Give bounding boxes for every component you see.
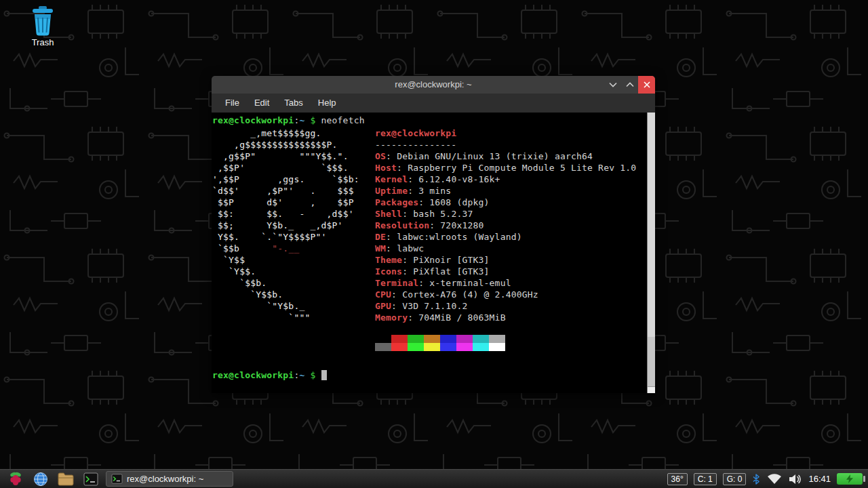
window-title: rex@clockworkpi: ~: [212, 76, 655, 94]
ascii-line: `"Y$b._: [212, 300, 375, 312]
ascii-line: ',$$P ,ggs. `$$b:: [212, 174, 375, 185]
neofetch-entry: WM: labwc: [375, 243, 647, 254]
gpu-usage-widget[interactable]: G: 0: [723, 473, 747, 485]
ascii-line: $$P d$' , $$P: [212, 197, 375, 208]
neofetch-entry: Host: Raspberry Pi Compute Module 5 Lite…: [375, 162, 647, 174]
color-palette: [375, 335, 647, 351]
trash-label: Trash: [32, 37, 54, 47]
scrollbar-thumb[interactable]: [648, 113, 655, 337]
menu-button[interactable]: [5, 470, 26, 488]
minimize-button[interactable]: [604, 76, 621, 94]
bluetooth-icon: [752, 474, 760, 485]
terminal-output: rex@clockworkpi:~$neofetch _,met$$$$$gg.…: [212, 113, 647, 393]
neofetch-entry: DE: labwc:wlroots (Wayland): [375, 231, 647, 243]
trash-icon: [28, 5, 58, 37]
neofetch-entry: Kernel: 6.12.40-v8-16k+: [375, 174, 647, 185]
neofetch-entry: Packages: 1608 (dpkg): [375, 197, 647, 208]
maximize-button[interactable]: [621, 76, 638, 94]
neofetch-entry: Shell: bash 5.2.37: [375, 208, 647, 220]
palette-swatch: [391, 343, 408, 351]
neofetch-entry: Memory: 704MiB / 8063MiB: [375, 312, 647, 323]
menu-tabs[interactable]: Tabs: [277, 94, 310, 113]
ascii-line: `$$b.: [212, 277, 375, 289]
neofetch-entry: OS: Debian GNU/Linux 13 (trixie) aarch64: [375, 150, 647, 162]
wifi-icon: [766, 473, 783, 485]
menubar: FileEditTabsHelp: [212, 94, 655, 113]
neofetch-entry: Uptime: 3 mins: [375, 185, 647, 197]
terminal-command-line: rex@clockworkpi:~$neofetch: [212, 115, 647, 126]
clock[interactable]: 16:41: [808, 474, 831, 484]
terminal-body[interactable]: rex@clockworkpi:~$neofetch _,met$$$$$gg.…: [212, 113, 655, 393]
palette-swatch: [489, 343, 505, 351]
neofetch-entries: OS: Debian GNU/Linux 13 (trixie) aarch64…: [375, 150, 647, 323]
palette-swatch: [408, 335, 424, 343]
ascii-line: `Y$$b.: [212, 289, 375, 300]
file-manager-launcher[interactable]: [56, 470, 76, 488]
terminal-launcher[interactable]: [81, 470, 101, 488]
palette-swatch: [440, 335, 456, 343]
globe-icon: [33, 472, 48, 487]
cpu-usage-widget[interactable]: C: 1: [694, 473, 717, 485]
titlebar[interactable]: rex@clockworkpi: ~: [212, 76, 655, 94]
neofetch-output: _,met$$$$$gg. ,g$$$$$$$$$$$$$$$P. ,g$$P"…: [212, 127, 647, 351]
menu-file[interactable]: File: [218, 94, 247, 113]
palette-swatch: [473, 335, 489, 343]
ascii-line: `Y$$: [212, 254, 375, 266]
ascii-line: ,g$$$$$$$$$$$$$$$P.: [212, 139, 375, 150]
palette-swatch: [456, 343, 473, 351]
browser-launcher[interactable]: [31, 470, 51, 488]
bluetooth-button[interactable]: [752, 474, 760, 485]
cpu-temp-widget[interactable]: 36°: [667, 473, 688, 485]
terminal-icon: [111, 474, 123, 484]
scrollbar-corner: [648, 386, 655, 393]
prompt-user: rex@clockworkpi: [212, 370, 294, 380]
palette-swatch: [456, 335, 473, 343]
ascii-line: $$; Y$b._ _,d$P': [212, 220, 375, 231]
terminal-scrollbar[interactable]: [647, 113, 655, 393]
ascii-line: Y$$. `.`"Y$$$$P"': [212, 231, 375, 243]
system-tray: 36° C: 1 G: 0 16:41: [667, 473, 863, 485]
task-button-label: rex@clockworkpi: ~: [127, 474, 203, 484]
neofetch-entry: Icons: PiXflat [GTK3]: [375, 266, 647, 277]
battery-icon[interactable]: [837, 473, 863, 485]
palette-swatch: [424, 335, 440, 343]
neofetch-entry: GPU: V3D 7.1.10.2: [375, 300, 647, 312]
neofetch-ascii-art: _,met$$$$$gg. ,g$$$$$$$$$$$$$$$P. ,g$$P"…: [212, 127, 375, 351]
desktop-icon-trash[interactable]: Trash: [24, 5, 61, 47]
ascii-line: ,$$P' `$$$.: [212, 162, 375, 174]
close-icon: [644, 81, 650, 88]
ascii-line: `Y$$.: [212, 266, 375, 277]
neofetch-entry: Resolution: 488x868: [375, 220, 647, 231]
chevron-up-icon: [626, 82, 634, 87]
prompt-user: rex@clockworkpi: [212, 115, 294, 125]
neofetch-info: rex@clockworkpi --------------- OS: Debi…: [375, 127, 647, 351]
prompt-path: ~: [299, 115, 304, 125]
ascii-line: ,g$$P" """Y$$.".: [212, 150, 375, 162]
command-text: neofetch: [321, 115, 365, 125]
close-button[interactable]: [638, 76, 655, 94]
prompt-path: ~: [299, 370, 304, 380]
window-controls: [604, 76, 655, 94]
palette-swatch: [375, 335, 391, 343]
wifi-button[interactable]: [766, 473, 783, 485]
neofetch-title: rex@clockworkpi: [375, 128, 456, 138]
folder-icon: [58, 472, 74, 486]
menu-help[interactable]: Help: [311, 94, 344, 113]
taskbar-window-button[interactable]: rex@clockworkpi: ~: [106, 471, 233, 487]
palette-swatch: [489, 335, 505, 343]
menu-edit[interactable]: Edit: [247, 94, 277, 113]
ascii-line: `d$$' ,$P"' . $$$: [212, 185, 375, 197]
neofetch-separator: ---------------: [375, 139, 647, 150]
volume-button[interactable]: [789, 474, 802, 485]
ascii-line: $$: $$. - ,d$$': [212, 208, 375, 220]
neofetch-entry: Terminal: x-terminal-emul: [375, 277, 647, 289]
raspberry-menu-icon: [7, 471, 24, 487]
chevron-down-icon: [609, 82, 617, 87]
neofetch-entry: CPU: Cortex-A76 (4) @ 2.400GHz: [375, 289, 647, 300]
terminal-cursor: [321, 370, 327, 380]
charging-bolt-icon: [846, 474, 853, 483]
palette-swatch: [473, 343, 489, 351]
terminal-icon: [83, 472, 98, 486]
palette-swatch: [391, 335, 408, 343]
taskbar: rex@clockworkpi: ~ 36° C: 1 G: 0 16:41: [0, 469, 868, 488]
